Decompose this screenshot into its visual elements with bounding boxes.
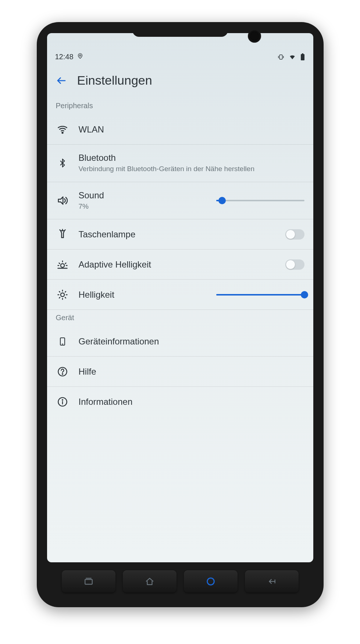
status-left: 12:48	[55, 52, 83, 61]
location-icon	[77, 52, 83, 61]
hw-home-button[interactable]	[123, 570, 177, 592]
svg-rect-2	[301, 54, 304, 60]
row-adaptive-brightness[interactable]: Adaptive Helligkeit	[47, 250, 313, 280]
adaptive-brightness-icon	[56, 259, 69, 270]
row-title: Bluetooth	[79, 153, 304, 163]
flashlight-icon	[56, 229, 69, 240]
hw-back-button[interactable]	[245, 570, 299, 592]
sound-icon	[56, 195, 69, 206]
wifi-icon	[56, 124, 69, 135]
svg-point-17	[207, 578, 214, 585]
row-title: WLAN	[79, 124, 304, 135]
vibrate-icon	[277, 54, 285, 60]
adaptive-brightness-toggle[interactable]	[285, 259, 304, 270]
svg-rect-16	[85, 580, 92, 584]
brightness-slider[interactable]	[216, 289, 304, 300]
svg-point-5	[62, 132, 63, 133]
row-info[interactable]: Informationen	[47, 387, 313, 417]
section-label-peripherals: Peripherals	[47, 98, 313, 114]
status-right	[277, 53, 305, 61]
screen: 12:48 Einstellungen	[47, 33, 313, 562]
svg-point-0	[79, 55, 81, 56]
svg-rect-3	[302, 53, 303, 54]
row-sound[interactable]: Sound 7%	[47, 182, 313, 220]
battery-icon	[300, 53, 305, 61]
flashlight-toggle[interactable]	[285, 229, 304, 240]
hw-assistant-button[interactable]	[184, 570, 238, 592]
bluetooth-icon	[56, 158, 69, 169]
svg-marker-6	[58, 197, 63, 204]
info-icon	[56, 397, 69, 407]
help-icon	[56, 367, 69, 377]
section-label-device: Gerät	[47, 310, 313, 326]
sound-slider[interactable]	[216, 195, 304, 206]
svg-rect-1	[279, 55, 282, 59]
row-wlan[interactable]: WLAN	[47, 114, 313, 145]
row-brightness[interactable]: Helligkeit	[47, 280, 313, 310]
app-header: Einstellungen	[47, 64, 313, 98]
phone-icon	[56, 336, 69, 347]
screen-notch	[132, 22, 228, 37]
hardware-buttons	[47, 562, 313, 592]
row-help[interactable]: Hilfe	[47, 357, 313, 387]
row-title: Hilfe	[79, 367, 304, 377]
wifi-icon	[288, 54, 296, 60]
status-bar: 12:48	[47, 49, 313, 64]
row-device-info[interactable]: Geräteinformationen	[47, 326, 313, 357]
page-title: Einstellungen	[77, 73, 152, 88]
brightness-icon	[56, 289, 69, 300]
row-flashlight[interactable]: Taschenlampe	[47, 219, 313, 250]
phone-frame: 12:48 Einstellungen	[37, 22, 324, 607]
back-button[interactable]	[56, 75, 67, 86]
row-title: Informationen	[79, 397, 304, 407]
row-title: Geräteinformationen	[79, 336, 304, 347]
svg-point-7	[61, 263, 64, 267]
svg-point-15	[62, 400, 63, 400]
svg-point-12	[62, 374, 63, 374]
row-title: Sound	[79, 190, 207, 201]
hw-recent-button[interactable]	[62, 570, 115, 592]
status-time: 12:48	[55, 53, 74, 61]
row-title: Adaptive Helligkeit	[79, 259, 276, 270]
row-title: Taschenlampe	[79, 229, 276, 240]
row-subtitle: 7%	[79, 202, 207, 211]
row-bluetooth[interactable]: Bluetooth Verbindung mit Bluetooth-Gerät…	[47, 145, 313, 182]
svg-point-8	[61, 293, 64, 297]
row-title: Helligkeit	[79, 290, 207, 300]
front-camera	[248, 29, 261, 43]
row-subtitle: Verbindung mit Bluetooth-Geräten in der …	[79, 164, 304, 174]
